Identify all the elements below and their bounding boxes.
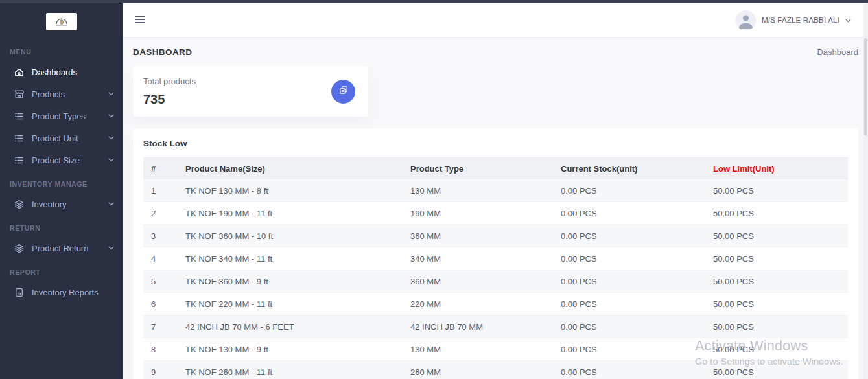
cell-product-type: 260 MM [403,361,553,379]
cell-index: 6 [143,293,178,316]
page-title: DASHBOARD [133,47,192,57]
table-row[interactable]: 4 TK NOF 340 MM - 11 ft 340 MM 0.00 PCS … [143,247,848,270]
sidebar-item-label: Products [32,89,108,99]
sidebar-item-products[interactable]: Products [0,83,123,105]
sidebar-item-product-types[interactable]: Product Types [0,105,123,127]
page-header: DASHBOARD Dashboard [133,37,858,66]
cell-index: 4 [143,247,178,270]
sidebar-item-label: Inventory Reports [32,288,114,297]
cell-index: 8 [143,338,178,361]
col-header-product-name[interactable]: Product Name(Size) [178,158,403,179]
chevron-down-icon [108,136,114,140]
stat-icon-circle [331,80,355,104]
layers-icon [13,198,25,210]
cell-product-name: 42 INCH JB 70 MM - 6 FEET [178,316,403,338]
table-row[interactable]: 3 TK NOF 360 MM - 10 ft 360 MM 0.00 PCS … [143,225,848,247]
cell-current-stock: 0.00 PCS [553,293,705,316]
table-row[interactable]: 8 TK NOF 130 MM - 9 ft 130 MM 0.00 PCS 5… [143,338,848,361]
table-row[interactable]: 6 TK NOF 220 MM - 11 ft 220 MM 0.00 PCS … [143,293,848,316]
table-row[interactable]: 7 42 INCH JB 70 MM - 6 FEET 42 INCH JB 7… [143,316,848,338]
sidebar-item-label: Product Return [32,244,108,253]
cell-product-name: TK NOF 360 MM - 9 ft [178,270,403,293]
table-row[interactable]: 1 TK NOF 130 MM - 8 ft 130 MM 0.00 PCS 5… [143,179,848,202]
cell-product-name: TK NOF 360 MM - 10 ft [178,225,403,247]
col-header-current-stock[interactable]: Current Stock(unit) [553,158,705,179]
col-header-index[interactable]: # [143,158,178,179]
sidebar-item-dashboards[interactable]: Dashboards [0,61,123,83]
table-row[interactable]: 5 TK NOF 360 MM - 9 ft 360 MM 0.00 PCS 5… [143,270,848,293]
menu-section-label: MENU [0,39,123,61]
cell-product-name: TK NOF 190 MM - 11 ft [178,202,403,225]
table-row[interactable]: 9 TK NOF 260 MM - 11 ft 260 MM 0.00 PCS … [143,361,848,379]
stock-low-card: Stock Low # Product Name(Size) Product T… [133,128,858,379]
cell-current-stock: 0.00 PCS [553,225,705,247]
sidebar-nav: MENU Dashboards Products [0,39,123,303]
home-icon [13,66,25,78]
app-logo-emblem [54,15,69,28]
cell-index: 9 [143,361,178,379]
stat-text: Total products 735 [143,76,196,107]
col-header-product-type[interactable]: Product Type [403,158,553,179]
menu-section-label: REPORT [0,259,123,281]
list-icon [13,132,25,144]
cell-product-type: 360 MM [403,225,553,247]
stat-value: 735 [143,92,196,107]
table-header-row: # Product Name(Size) Product Type Curren… [143,158,848,179]
sidebar-item-inventory-reports[interactable]: Inventory Reports [0,281,123,303]
cell-index: 2 [143,202,178,225]
cell-current-stock: 0.00 PCS [553,338,705,361]
list-icon [13,154,25,166]
cell-low-limit: 50.00 PCS [705,225,848,247]
chevron-down-icon [108,114,114,118]
breadcrumb[interactable]: Dashboard [817,47,858,57]
stock-low-table: # Product Name(Size) Product Type Curren… [143,157,848,379]
sidebar-logo-area[interactable] [0,0,123,39]
sidebar-item-label: Product Size [32,155,108,165]
hamburger-icon [135,15,145,26]
table-row[interactable]: 2 TK NOF 190 MM - 11 ft 190 MM 0.00 PCS … [143,202,848,225]
vertical-scrollbar[interactable] [863,3,868,379]
cell-index: 1 [143,179,178,202]
cell-product-name: TK NOF 130 MM - 8 ft [178,179,403,202]
sidebar-item-product-return[interactable]: Product Return [0,237,123,259]
list-icon [13,110,25,122]
cell-low-limit: 50.00 PCS [705,316,848,338]
cell-current-stock: 0.00 PCS [553,247,705,270]
sidebar-item-label: Product Unit [32,133,108,143]
cell-product-type: 340 MM [403,247,553,270]
window-top-strip [0,0,868,3]
cell-current-stock: 0.00 PCS [553,361,705,379]
user-menu[interactable]: M/S FAZLE RABBI ALI [736,10,856,30]
cell-low-limit: 50.00 PCS [705,338,848,361]
cell-index: 7 [143,316,178,338]
store-icon [13,88,25,100]
sidebar-toggle-button[interactable] [131,11,149,30]
total-products-card: Total products 735 [133,66,368,117]
stat-label: Total products [143,76,196,86]
col-header-low-limit[interactable]: Low Limit(Unit) [705,158,848,179]
cell-product-type: 130 MM [403,179,553,202]
cell-current-stock: 0.00 PCS [553,316,705,338]
cell-low-limit: 50.00 PCS [705,179,848,202]
app-logo [46,13,77,30]
cell-low-limit: 50.00 PCS [705,202,848,225]
chevron-down-icon [108,158,114,162]
cell-product-name: TK NOF 220 MM - 11 ft [178,293,403,316]
chevron-down-icon [108,202,114,206]
stock-low-title: Stock Low [143,139,848,148]
sidebar-item-inventory[interactable]: Inventory [0,193,123,215]
sidebar-item-label: Product Types [32,111,108,121]
topbar: M/S FAZLE RABBI ALI [123,3,868,37]
cell-low-limit: 50.00 PCS [705,293,848,316]
report-icon [13,286,25,298]
scrollbar-thumb[interactable] [864,38,867,135]
sidebar-item-product-size[interactable]: Product Size [0,149,123,171]
cell-product-type: 360 MM [403,270,553,293]
sidebar-item-product-unit[interactable]: Product Unit [0,127,123,149]
chevron-down-icon [108,246,114,250]
sidebar: MENU Dashboards Products [0,0,123,379]
cell-product-type: 130 MM [403,338,553,361]
cell-product-name: TK NOF 260 MM - 11 ft [178,361,403,379]
cell-low-limit: 50.00 PCS [705,270,848,293]
cell-product-type: 42 INCH JB 70 MM [403,316,553,338]
